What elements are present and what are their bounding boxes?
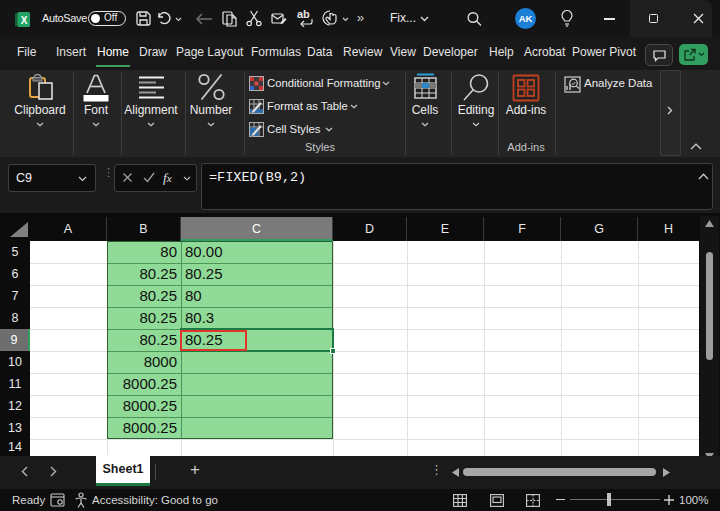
svg-text:X: X [21, 15, 28, 26]
